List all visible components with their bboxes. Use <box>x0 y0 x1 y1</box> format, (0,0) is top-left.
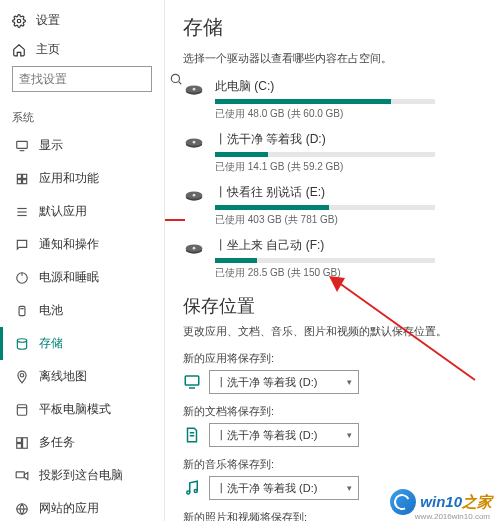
drive-info: 此电脑 (C:)已使用 48.0 GB (共 60.0 GB) <box>215 78 482 121</box>
nav-icon <box>15 370 29 384</box>
drive-list: 此电脑 (C:)已使用 48.0 GB (共 60.0 GB)丨洗干净 等着我 … <box>183 78 482 280</box>
save-location-dropdown[interactable]: 丨洗干净 等着我 (D:)▾ <box>209 370 359 394</box>
drive-info: 丨坐上来 自己动 (F:)已使用 28.5 GB (共 150 GB) <box>215 237 482 280</box>
svg-rect-41 <box>185 376 199 385</box>
save-group-label: 新的文档将保存到: <box>183 404 482 419</box>
save-group-row: 丨洗干净 等着我 (D:)▾ <box>183 370 482 394</box>
drive-row[interactable]: 此电脑 (C:)已使用 48.0 GB (共 60.0 GB) <box>183 78 482 121</box>
svg-point-16 <box>17 338 26 342</box>
nav-icon <box>15 238 29 252</box>
drive-usage-bar <box>215 152 435 157</box>
drive-name: 丨坐上来 自己动 (F:) <box>215 237 482 254</box>
sidebar-item-9[interactable]: 多任务 <box>0 426 164 459</box>
drive-usage-text: 已使用 48.0 GB (共 60.0 GB) <box>215 107 482 121</box>
app-title: 设置 <box>36 12 60 29</box>
watermark-text: win10之家 <box>420 493 492 512</box>
sidebar-item-4[interactable]: 电源和睡眠 <box>0 261 164 294</box>
save-group-row: 丨洗干净 等着我 (D:)▾ <box>183 423 482 447</box>
svg-point-40 <box>193 247 196 250</box>
save-group: 新的应用将保存到:丨洗干净 等着我 (D:)▾ <box>183 351 482 394</box>
svg-rect-5 <box>17 174 21 178</box>
svg-point-45 <box>187 491 190 494</box>
sidebar-item-1[interactable]: 应用和功能 <box>0 162 164 195</box>
drive-usage-bar <box>215 99 435 104</box>
sidebar-item-label: 存储 <box>39 335 63 352</box>
sidebar-item-label: 投影到这台电脑 <box>39 467 123 484</box>
save-location-dropdown[interactable]: 丨洗干净 等着我 (D:)▾ <box>209 476 359 500</box>
svg-point-46 <box>194 490 197 493</box>
save-type-icon <box>183 479 201 497</box>
drive-row[interactable]: 丨坐上来 自己动 (F:)已使用 28.5 GB (共 150 GB) <box>183 237 482 280</box>
nav-icon <box>15 205 29 219</box>
gear-icon <box>12 14 26 28</box>
sidebar-item-6[interactable]: 存储 <box>0 327 164 360</box>
nav-icon <box>15 172 29 186</box>
drive-usage-text: 已使用 14.1 GB (共 59.2 GB) <box>215 160 482 174</box>
svg-point-17 <box>20 373 24 377</box>
nav-list: 显示应用和功能默认应用通知和操作电源和睡眠电池存储离线地图平板电脑模式多任务投影… <box>0 129 164 521</box>
drive-name: 丨洗干净 等着我 (D:) <box>215 131 482 148</box>
chevron-down-icon: ▾ <box>347 430 352 440</box>
svg-rect-20 <box>17 437 22 442</box>
search-input[interactable] <box>19 72 169 86</box>
save-type-icon <box>183 426 201 444</box>
svg-rect-7 <box>17 179 21 183</box>
drive-usage-text: 已使用 403 GB (共 781 GB) <box>215 213 482 227</box>
sidebar-item-2[interactable]: 默认应用 <box>0 195 164 228</box>
nav-icon <box>15 304 29 318</box>
sidebar-item-3[interactable]: 通知和操作 <box>0 228 164 261</box>
svg-point-0 <box>17 19 21 23</box>
sidebar-item-label: 电源和睡眠 <box>39 269 99 286</box>
save-group-label: 新的音乐将保存到: <box>183 457 482 472</box>
nav-icon <box>15 469 29 483</box>
drive-usage-bar <box>215 205 435 210</box>
drive-row[interactable]: 丨快看往 别说话 (E:)已使用 403 GB (共 781 GB) <box>183 184 482 227</box>
page-title: 存储 <box>183 14 482 41</box>
sidebar-item-label: 默认应用 <box>39 203 87 220</box>
chevron-down-icon: ▾ <box>347 377 352 387</box>
dropdown-value: 丨洗干净 等着我 (D:) <box>216 481 317 496</box>
sidebar-item-8[interactable]: 平板电脑模式 <box>0 393 164 426</box>
sidebar-item-label: 网站的应用 <box>39 500 99 517</box>
drive-icon <box>183 239 205 261</box>
drive-row[interactable]: 丨洗干净 等着我 (D:)已使用 14.1 GB (共 59.2 GB) <box>183 131 482 174</box>
save-title: 保存位置 <box>183 294 482 318</box>
search-box[interactable] <box>12 66 152 92</box>
save-subtitle: 更改应用、文档、音乐、图片和视频的默认保存位置。 <box>183 324 482 339</box>
svg-point-34 <box>193 141 196 144</box>
save-location-dropdown[interactable]: 丨洗干净 等着我 (D:)▾ <box>209 423 359 447</box>
svg-rect-3 <box>17 141 28 148</box>
drive-usage-text: 已使用 28.5 GB (共 150 GB) <box>215 266 482 280</box>
search-wrap <box>0 66 164 102</box>
home-row[interactable]: 主页 <box>0 37 164 66</box>
drive-info: 丨洗干净 等着我 (D:)已使用 14.1 GB (共 59.2 GB) <box>215 131 482 174</box>
watermark-logo-icon <box>390 489 416 515</box>
sidebar-item-label: 显示 <box>39 137 63 154</box>
nav-icon <box>15 436 29 450</box>
sidebar-item-7[interactable]: 离线地图 <box>0 360 164 393</box>
watermark-url: www.2016win10.com <box>415 512 490 521</box>
section-label: 系统 <box>0 102 164 129</box>
svg-rect-21 <box>23 437 28 448</box>
sidebar-item-0[interactable]: 显示 <box>0 129 164 162</box>
sidebar-item-5[interactable]: 电池 <box>0 294 164 327</box>
sidebar-item-10[interactable]: 投影到这台电脑 <box>0 459 164 492</box>
sidebar-item-11[interactable]: 网站的应用 <box>0 492 164 521</box>
header-row: 设置 <box>0 8 164 37</box>
dropdown-value: 丨洗干净 等着我 (D:) <box>216 428 317 443</box>
save-group-label: 新的应用将保存到: <box>183 351 482 366</box>
home-icon <box>12 43 26 57</box>
nav-icon <box>15 271 29 285</box>
nav-icon <box>15 403 29 417</box>
drive-icon <box>183 80 205 102</box>
sidebar-item-label: 多任务 <box>39 434 75 451</box>
sidebar-item-label: 通知和操作 <box>39 236 99 253</box>
sidebar-item-label: 电池 <box>39 302 63 319</box>
svg-rect-23 <box>16 471 24 477</box>
nav-icon <box>15 502 29 516</box>
svg-rect-6 <box>23 174 27 178</box>
sidebar-item-label: 应用和功能 <box>39 170 99 187</box>
nav-icon <box>15 337 29 351</box>
drive-name: 此电脑 (C:) <box>215 78 482 95</box>
svg-rect-14 <box>19 306 25 315</box>
